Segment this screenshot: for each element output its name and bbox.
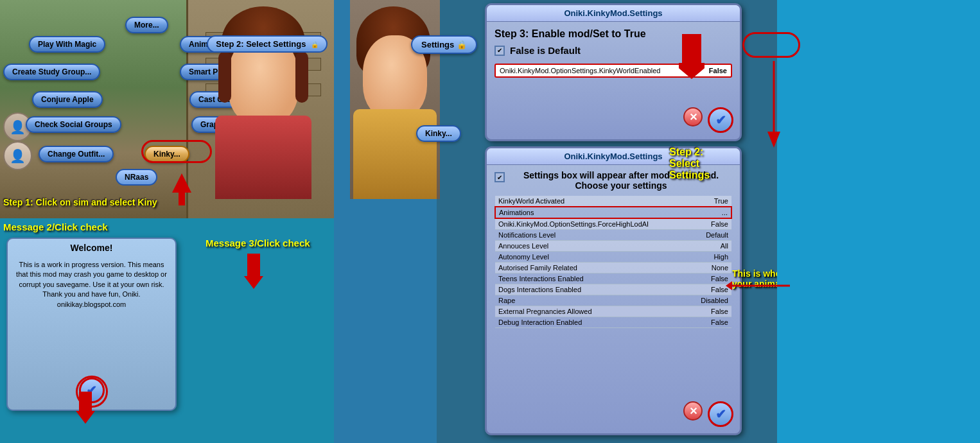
settings-circle — [742, 32, 800, 58]
settings-table-row[interactable]: Autorised Family RelatedNone — [495, 263, 731, 274]
settings-button[interactable]: Step 2: Select Settings 🔒 — [207, 35, 328, 53]
settings-top-close[interactable]: ✕ — [683, 107, 703, 126]
settings-subheading: False is Default — [510, 45, 581, 56]
settings-table-row[interactable]: Teens Interactions EnabledFalse — [495, 274, 731, 284]
right-area: Welcome! Welcome and thank you for havin… — [777, 0, 980, 443]
game-settings-button[interactable]: Settings 🔒 — [411, 35, 477, 54]
arrow-to-check2 — [76, 392, 95, 424]
nraas-button[interactable]: NRaas — [116, 169, 157, 186]
settings-checkbox[interactable]: ✔ — [494, 46, 505, 56]
arrow-to-kinky — [172, 173, 191, 205]
step2-label: Step 2: Select Settings — [669, 146, 710, 181]
message2-label: Message 2/Click check — [3, 222, 108, 232]
settings-table-row[interactable]: Debug Interaction EnabledFalse — [495, 317, 731, 328]
sim-character — [193, 0, 331, 199]
settings-table-row[interactable]: RapeDisabled — [495, 295, 731, 306]
play-magic-button[interactable]: Play With Magic — [29, 36, 105, 53]
avatar-2: 👤 — [3, 141, 32, 170]
svg-marker-3 — [767, 132, 780, 148]
settings-table-row[interactable]: Notifications LevelDefault — [495, 230, 731, 241]
change-outfit-button[interactable]: Change Outfit... — [39, 146, 114, 162]
more-button[interactable]: More... — [125, 17, 168, 33]
arrow-animations — [726, 279, 790, 292]
welcome-bottom-panel: Welcome! This is a work in progress vers… — [6, 238, 177, 411]
settings-bottom-close[interactable]: ✕ — [683, 401, 703, 421]
settings-table-row[interactable]: Annouces LevelAll — [495, 241, 731, 252]
settings-bottom-check[interactable]: ✔ — [708, 401, 733, 427]
step3-heading: Step 3: Enable mod/Set to True — [494, 28, 646, 40]
check-social-button[interactable]: Check Social Groups — [26, 116, 121, 133]
svg-marker-1 — [76, 392, 95, 424]
message3-label: Message 3/Click check — [206, 238, 310, 248]
sim-character-2 — [350, 0, 440, 199]
step1-label: Step 1: Click on sim and select Kiny — [3, 197, 157, 207]
arrow-to-field — [679, 34, 704, 79]
kinky-label-2[interactable]: Kinky... — [416, 125, 461, 142]
settings-table: KinkyWorld ActivatedTrueAnimations...Oni… — [494, 196, 732, 328]
settings-bottom-content: ✔ Settings box will appear after mod is … — [487, 165, 740, 333]
settings-table-row[interactable]: Dogs Interactions EnabledFalse — [495, 284, 731, 295]
arrow-to-credits — [244, 254, 263, 292]
game-area-bottom: Message 2/Click check Welcome! This is a… — [0, 218, 334, 443]
settings-top-title: Oniki.KinkyMod.Settings — [487, 5, 740, 22]
settings-table-row[interactable]: Animations... — [495, 207, 731, 218]
settings-table-row[interactable]: Oniki.KinkyMod.OptionSettings.ForceHighL… — [495, 218, 731, 230]
welcome-bottom-body: This is a work in progress version. This… — [8, 257, 175, 313]
settings-bottom-buttons: ✕ ✔ — [683, 401, 733, 427]
settings-table-row[interactable]: KinkyWorld ActivatedTrue — [495, 196, 731, 207]
welcome-bottom-title: Welcome! — [8, 239, 175, 257]
create-study-button[interactable]: Create Study Group... — [3, 64, 100, 80]
svg-marker-0 — [172, 173, 191, 205]
settings-top-panel: Oniki.KinkyMod.Settings Step 3: Enable m… — [485, 3, 742, 141]
svg-marker-8 — [244, 254, 263, 289]
settings-top-buttons: ✕ ✔ — [683, 107, 733, 133]
settings-top-content: Step 3: Enable mod/Set to True ✔ False i… — [487, 22, 740, 87]
svg-marker-4 — [679, 34, 704, 79]
settings-bottom-checkbox[interactable]: ✔ — [494, 172, 505, 182]
svg-marker-6 — [726, 281, 732, 290]
settings-bottom-panel: Oniki.KinkyMod.Settings ✔ Settings box w… — [485, 146, 742, 435]
kinky-button-highlight — [141, 140, 212, 163]
settings-button-label: Step 2: Select Settings — [216, 39, 306, 49]
settings-table-row[interactable]: Autonomy LevelHigh — [495, 252, 731, 263]
conjure-apple-button[interactable]: Conjure Apple — [32, 91, 103, 108]
settings-table-row[interactable]: External Pregnancies AllowedFalse — [495, 306, 731, 317]
arrow-settings — [764, 61, 783, 151]
game-area: Step 2: Select Settings 🔒 More... Play W… — [0, 0, 334, 218]
settings-top-check[interactable]: ✔ — [708, 107, 733, 133]
